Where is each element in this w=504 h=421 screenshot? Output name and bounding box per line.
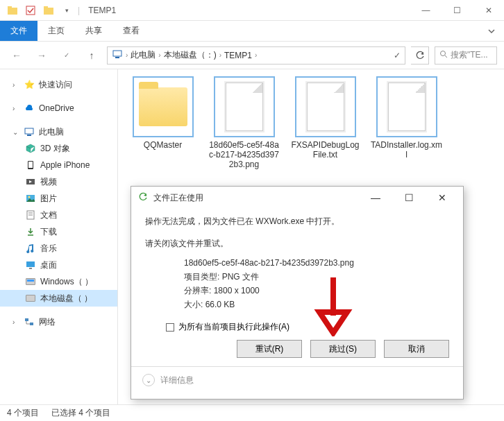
tree-label: Apple iPhone <box>40 160 90 170</box>
tree-label: 3D 对象 <box>40 143 70 155</box>
file-label: 18d60ef5-ce5f-48ac-b217-b4235d3972b3.png <box>208 140 280 169</box>
window-controls: — ☐ ✕ <box>410 0 504 21</box>
tree-label: 音乐 <box>40 243 57 255</box>
tree-label: 图片 <box>40 193 57 205</box>
details-label: 详细信息 <box>160 375 194 386</box>
chevron-right-icon[interactable]: › <box>158 51 160 59</box>
breadcrumb-seg[interactable]: 本地磁盘（：) <box>164 49 217 61</box>
nav-recent-dropdown[interactable]: ✓ <box>57 46 76 65</box>
tree-item-selected[interactable]: 本地磁盘（ ） <box>0 290 117 307</box>
pictures-icon <box>25 193 36 204</box>
video-icon <box>25 176 36 187</box>
disk-icon <box>25 293 36 304</box>
status-bar: 4 个项目 已选择 4 个项目 <box>0 404 504 421</box>
tree-quick-access[interactable]: ›⭐快速访问 <box>0 76 117 93</box>
file-item[interactable]: FXSAPIDebugLogFile.txt <box>289 78 362 160</box>
breadcrumb-dropdown-icon[interactable]: ✓ <box>394 51 401 60</box>
breadcrumb-seg[interactable]: TEMP1 <box>224 51 252 60</box>
tree-label: 网络 <box>39 316 56 328</box>
dialog-titlebar[interactable]: 文件正在使用 — ☐ ✕ <box>131 187 463 209</box>
close-button[interactable]: ✕ <box>473 0 504 21</box>
dialog-filesize-dim: 分辨率: 1800 x 1000 <box>184 284 449 298</box>
nav-bar: ← → ✓ ↑ › 此电脑 › 本地磁盘（：) › TEMP1 › ✓ 搜索"T… <box>0 42 504 69</box>
svg-rect-10 <box>27 135 31 136</box>
desktop-icon <box>25 259 36 270</box>
status-count: 4 个项目 <box>7 407 39 419</box>
file-item[interactable]: 18d60ef5-ce5f-48ac-b217-b4235d3972b3.png <box>208 78 280 169</box>
tree-label: Windows（ ） <box>40 276 93 288</box>
pc-icon <box>112 49 123 61</box>
details-toggle[interactable]: ⌄ 详细信息 <box>142 374 449 386</box>
folder-icon[interactable] <box>42 3 56 17</box>
folder-icon <box>134 78 192 136</box>
tree-item[interactable]: 3D 对象 <box>0 140 117 157</box>
file-icon <box>378 78 436 136</box>
maximize-button[interactable]: ☐ <box>442 0 473 21</box>
svg-rect-12 <box>28 162 33 168</box>
svg-rect-3 <box>44 8 53 15</box>
nav-back-button[interactable]: ← <box>7 46 26 65</box>
svg-rect-2 <box>26 6 35 15</box>
tab-home[interactable]: 主页 <box>37 21 75 41</box>
svg-rect-21 <box>29 268 32 269</box>
tree-item[interactable]: 文档 <box>0 207 117 223</box>
tree-item[interactable]: 音乐 <box>0 240 117 257</box>
chevron-right-icon[interactable]: › <box>255 51 257 59</box>
dialog-minimize-button[interactable]: — <box>362 192 389 203</box>
cube-icon <box>25 143 36 154</box>
tree-label: 快速访问 <box>39 79 72 91</box>
tree-item[interactable]: 视频 <box>0 173 117 190</box>
svg-line-8 <box>445 55 447 58</box>
tree-item[interactable]: 图片 <box>0 190 117 207</box>
tree-item[interactable]: 桌面 <box>0 257 117 273</box>
dialog-filetype: 项目类型: PNG 文件 <box>184 270 449 284</box>
tab-view[interactable]: 查看 <box>112 21 150 41</box>
file-icon <box>296 78 355 136</box>
tree-onedrive[interactable]: ›OneDrive <box>0 100 117 117</box>
file-label: FXSAPIDebugLogFile.txt <box>289 140 362 160</box>
svg-rect-0 <box>8 8 17 15</box>
svg-rect-20 <box>26 261 35 267</box>
tree-this-pc[interactable]: ⌄此电脑 <box>0 123 117 140</box>
cancel-button[interactable]: 取消 <box>384 340 449 358</box>
dialog-checkbox[interactable]: 为所有当前项目执行此操作(A) <box>166 321 449 333</box>
nav-forward-button[interactable]: → <box>32 46 51 65</box>
dialog-close-button[interactable]: ✕ <box>428 192 456 203</box>
svg-rect-23 <box>30 323 33 325</box>
disk-icon <box>25 276 36 287</box>
file-icon <box>215 78 274 136</box>
svg-rect-1 <box>8 6 12 8</box>
chevron-right-icon[interactable]: › <box>219 51 221 59</box>
tree-item[interactable]: 下载 <box>0 223 117 240</box>
qat-dropdown-icon[interactable]: ▾ <box>60 3 74 17</box>
tree-label: OneDrive <box>39 103 74 113</box>
breadcrumb-seg[interactable]: 此电脑 <box>131 49 156 61</box>
chevron-right-icon[interactable]: › <box>126 51 128 59</box>
window-title: TEMP1 <box>88 6 116 15</box>
search-icon <box>439 50 448 60</box>
ribbon-tabs: 文件 主页 共享 查看 <box>0 21 504 42</box>
nav-up-button[interactable]: ↑ <box>82 46 101 65</box>
music-icon <box>25 243 36 254</box>
svg-rect-9 <box>25 128 33 134</box>
tab-share[interactable]: 共享 <box>75 21 112 41</box>
search-input[interactable]: 搜索"TE... <box>435 46 497 65</box>
tree-item[interactable]: Windows（ ） <box>0 273 117 290</box>
svg-rect-5 <box>113 51 121 56</box>
file-item[interactable]: TADInstaller.log.xml <box>370 78 443 160</box>
file-item-folder[interactable]: QQMaster <box>126 78 199 150</box>
retry-button[interactable]: 重试(R) <box>237 340 302 358</box>
dialog-message: 请关闭该文件并重试。 <box>145 235 449 252</box>
skip-button[interactable]: 跳过(S) <box>310 340 376 358</box>
tree-label: 文档 <box>40 209 57 221</box>
breadcrumb[interactable]: › 此电脑 › 本地磁盘（：) › TEMP1 › ✓ <box>107 46 405 65</box>
ribbon-expand-icon[interactable] <box>479 21 504 41</box>
refresh-button[interactable] <box>411 46 429 65</box>
minimize-button[interactable]: — <box>410 0 442 21</box>
dialog-maximize-button[interactable]: ☐ <box>395 192 423 203</box>
tree-item[interactable]: Apple iPhone <box>0 157 117 173</box>
checkbox-icon[interactable] <box>24 3 37 17</box>
dialog-filename: 18d60ef5-ce5f-48ac-b217-b4235d3972b3.png <box>184 256 449 270</box>
tree-network[interactable]: ›网络 <box>0 313 117 330</box>
tab-file[interactable]: 文件 <box>0 21 37 41</box>
